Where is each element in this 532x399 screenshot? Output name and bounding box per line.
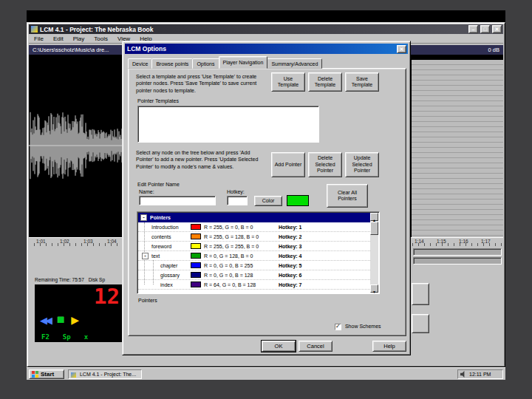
start-label: Start xyxy=(41,371,54,378)
tree-row[interactable]: text R = 0, G = 128, B = 0 Hotkey: 4 xyxy=(138,251,370,261)
tree-scrollbar[interactable] xyxy=(370,213,378,293)
delete-pointer-button[interactable]: Delete Selected Pointer xyxy=(308,152,342,177)
taskbar-app-label: LCM 4.1 - Project: The... xyxy=(80,372,136,377)
pointer-hotkey: Hotkey: 1 xyxy=(279,222,302,232)
pointer-rgb: R = 64, G = 0, B = 128 xyxy=(204,280,256,290)
pointer-instructions: Select any node on the tree below and pr… xyxy=(136,149,267,170)
pointer-hotkey: Hotkey: 2 xyxy=(279,232,302,242)
hotkey-label: Hotkey: xyxy=(227,189,245,194)
side-button[interactable] xyxy=(412,283,429,305)
collapse-icon[interactable] xyxy=(142,253,149,259)
system-tray: 12:11 PM xyxy=(457,369,503,379)
tab-device[interactable]: Device xyxy=(128,58,152,69)
menu-play[interactable]: Play xyxy=(73,35,85,42)
key-label: x xyxy=(84,333,88,341)
pointers-label: Pointers xyxy=(138,298,157,303)
show-checkbox[interactable] xyxy=(335,324,341,330)
scroll-up-icon[interactable] xyxy=(370,213,378,221)
desktop: LCM 4.1 - Project: The Nebraska Book – □… xyxy=(27,10,505,380)
tab-summary-advanced[interactable]: Summary/Advanced xyxy=(267,58,322,69)
maximize-button[interactable]: □ xyxy=(480,25,490,33)
pointer-color-chip xyxy=(191,272,201,278)
waveform xyxy=(29,55,125,237)
color-button[interactable]: Color xyxy=(254,196,282,206)
remaining-time-label: Remaining Time: 75:57 xyxy=(35,277,84,282)
transport-buttons: ◀◀ ■ ▶ xyxy=(35,309,123,331)
help-button[interactable]: Help xyxy=(372,341,406,352)
delete-template-button[interactable]: Delete Template xyxy=(308,72,342,92)
scroll-thumb[interactable] xyxy=(370,222,378,235)
tab-browse-points[interactable]: Browse points xyxy=(151,58,193,69)
tab-options[interactable]: Options xyxy=(192,58,219,69)
pointer-hotkey: Hotkey: 6 xyxy=(279,270,302,280)
db-level-label: 0 dB xyxy=(488,47,499,53)
key-label: Sp xyxy=(63,333,71,341)
file-path: C:\Users\sscholz\Music\a dre... xyxy=(33,47,109,53)
pointer-templates-list[interactable] xyxy=(137,106,319,143)
transport-panel: Remaining Time: 75:57 Disk Sp 12 ◀◀ ■ ▶ … xyxy=(35,276,123,342)
app-title: LCM 4.1 - Project: The Nebraska Book xyxy=(40,26,154,33)
pointer-name-input[interactable] xyxy=(139,196,216,205)
save-template-button[interactable]: Save Template xyxy=(345,72,379,92)
clear-pointers-button[interactable]: Clear All Pointers xyxy=(327,184,368,208)
update-pointer-button[interactable]: Update Selected Pointer xyxy=(345,152,379,177)
disk-space-label: Disk Sp xyxy=(89,277,105,282)
pointer-color-chip xyxy=(191,253,201,259)
tray-clock: 12:11 PM xyxy=(469,370,491,378)
menu-tools[interactable]: Tools xyxy=(94,35,108,42)
tree-root-row[interactable]: Pointers xyxy=(138,213,370,222)
pointer-color-chip xyxy=(191,233,201,239)
pointer-rgb: R = 255, G = 128, B = 0 xyxy=(204,232,259,242)
speaker-icon xyxy=(460,371,467,378)
dialog-close-button[interactable]: ✕ xyxy=(397,45,406,53)
pointer-name: foreword xyxy=(151,242,171,251)
pointer-color-chip xyxy=(191,243,201,249)
ok-button[interactable]: OK xyxy=(262,341,296,352)
pointer-tree[interactable]: Pointers Introduction R = 255, G = 0, B … xyxy=(137,211,380,294)
pointer-name: index xyxy=(160,280,173,290)
level-meter xyxy=(413,257,502,265)
options-dialog: LCM Options ✕ Device Browse points Optio… xyxy=(122,41,411,355)
menu-edit[interactable]: Edit xyxy=(53,35,64,42)
pointer-name: text xyxy=(151,251,160,261)
use-template-button[interactable]: Use Template xyxy=(271,72,305,92)
scroll-down-icon[interactable] xyxy=(370,284,378,293)
minimize-button[interactable]: – xyxy=(468,25,478,33)
show-checkbox-row: Show Schemes xyxy=(335,324,381,330)
template-instructions: Select a template and press 'Use Templat… xyxy=(136,73,267,94)
rewind-icon[interactable]: ◀◀ xyxy=(40,315,50,326)
tree-row[interactable]: chapter R = 0, G = 0, B = 255 Hotkey: 5 xyxy=(138,261,370,270)
waveform-selection xyxy=(412,60,503,237)
collapse-icon[interactable] xyxy=(140,214,147,221)
pointer-hotkey-input[interactable] xyxy=(227,196,248,205)
pointer-hotkey: Hotkey: 3 xyxy=(279,242,302,251)
pointer-templates-label: Pointer Templates xyxy=(137,98,179,103)
add-pointer-button[interactable]: Add Pointer xyxy=(271,152,305,177)
time-counter: 12 xyxy=(35,284,123,309)
tree-row[interactable]: contents R = 255, G = 128, B = 0 Hotkey:… xyxy=(138,232,370,242)
stop-icon[interactable]: ■ xyxy=(57,313,64,327)
close-button[interactable]: ✕ xyxy=(492,25,502,33)
pointer-name: chapter xyxy=(160,261,177,270)
tree-row[interactable]: Introduction R = 255, G = 0, B = 0 Hotke… xyxy=(138,222,370,232)
tree-row[interactable]: glossary R = 0, G = 0, B = 128 Hotkey: 6 xyxy=(138,270,370,280)
pointer-name: contents xyxy=(151,232,171,242)
level-meter xyxy=(413,248,502,256)
tab-strip: Device Browse points Options Player Navi… xyxy=(128,56,321,69)
tab-player-navigation[interactable]: Player Navigation xyxy=(219,56,268,69)
start-button[interactable]: Start xyxy=(29,369,64,379)
taskbar-app-icon xyxy=(71,372,76,378)
play-icon[interactable]: ▶ xyxy=(71,314,79,326)
pointer-color-chip xyxy=(191,282,201,287)
pointer-hotkey: Hotkey: 4 xyxy=(279,251,302,261)
pointer-color-chip xyxy=(191,224,201,230)
taskbar-app-button[interactable]: LCM 4.1 - Project: The... xyxy=(68,369,142,379)
tree-row[interactable]: foreword R = 255, G = 255, B = 0 Hotkey:… xyxy=(138,242,370,251)
cancel-button[interactable]: Cancel xyxy=(299,341,332,352)
menu-file[interactable]: File xyxy=(34,35,44,42)
side-button[interactable] xyxy=(412,314,429,333)
tree-row[interactable]: index R = 64, G = 0, B = 128 Hotkey: 7 xyxy=(138,280,370,290)
pointer-color-chip xyxy=(191,262,201,268)
edit-pointer-group-label: Edit Pointer Name xyxy=(137,182,180,187)
pointer-rgb: R = 255, G = 255, B = 0 xyxy=(204,242,259,251)
